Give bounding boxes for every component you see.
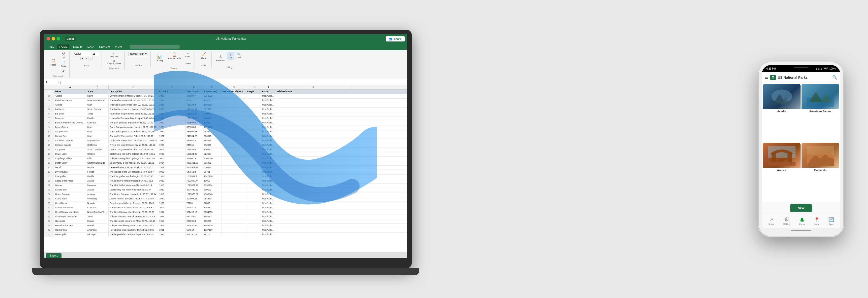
cell-16-1[interactable]: Cuyahoga Valley [54, 157, 86, 161]
cell-20-6[interactable]: 1047116 [203, 174, 221, 179]
park-card-samoa[interactable]: American Samoa [802, 84, 839, 142]
new-badge-button[interactable]: New [790, 204, 812, 212]
autosum-button[interactable]: Σ AutoSum [216, 52, 226, 64]
cell-19-9[interactable]: http://upload.wikime http://en.wikipedia… [261, 170, 276, 174]
share-button[interactable]: 👥 Share [385, 36, 405, 42]
cell-21-5[interactable]: 7523897.74 [186, 179, 203, 183]
cell-23-9[interactable]: http://upload.wikime http://en.wikipedia… [261, 188, 276, 192]
cell-14-3[interactable]: On the Congaree River, this pa 33.78,-80… [108, 148, 158, 152]
power-button[interactable] [844, 89, 845, 99]
cell-19-6[interactable]: 58401 [203, 170, 221, 174]
delete-button[interactable]: − Delete [184, 59, 192, 65]
cell-22-6[interactable]: 2190974 [203, 184, 221, 188]
cell-15-5[interactable]: 183224.05 [186, 152, 203, 157]
cell-23-5[interactable]: 3224840.31 [186, 188, 203, 192]
cell-1b[interactable]: State [86, 90, 108, 94]
cell-22-9[interactable]: http://upload.wikime http://en.wikipedia… [261, 184, 276, 188]
cell-17-3[interactable]: Death Valley is the hottest, low 36.24,-… [108, 161, 158, 165]
cell-14-2[interactable]: South Carolina [86, 148, 108, 152]
cell-9-9[interactable]: http://upload.wikime http://en.wikipedia… [261, 126, 276, 130]
cell-3-4[interactable]: 1988 [158, 99, 186, 103]
cell-9-5[interactable]: 35835.08 [186, 126, 203, 130]
cell-7-6[interactable]: 486848 [203, 116, 221, 121]
cell-21-2[interactable]: Alaska [86, 179, 108, 183]
cell-7-2[interactable]: Florida [86, 116, 108, 121]
cell-7-5[interactable]: 172924.07 [186, 116, 203, 121]
cell-14-1[interactable]: Congaree [54, 148, 86, 152]
hamburger-icon[interactable]: ☰ [765, 75, 768, 80]
cell-6-5[interactable]: 801163.21 [186, 112, 203, 116]
cell-21-1[interactable]: Gates of the Arctic [54, 179, 86, 183]
cell-10-1[interactable]: Canyonlands [54, 130, 86, 134]
cell-5-5[interactable]: 242755.94 [186, 108, 203, 112]
cell-2-9[interactable]: http://upload.wikime http://en.wikipedia… [261, 94, 276, 98]
cell-29-7[interactable] [221, 215, 246, 219]
cell-1d[interactable]: Location [158, 90, 186, 94]
cell-2-3[interactable]: Covering most of Mount Desert 44.35,-68.… [108, 94, 158, 98]
cell-4-4[interactable]: 1929 [158, 103, 186, 107]
cell-7-7[interactable] [221, 116, 246, 121]
cell-28-9[interactable]: http://upload.wikime http://en.wikipedia… [261, 210, 276, 215]
cell-24-6[interactable]: 4560840 [203, 192, 221, 197]
cell-25-8[interactable] [246, 197, 261, 201]
cell-33-3[interactable]: The largest island in Lake Super 48.1,-8… [108, 233, 158, 237]
cell-27-4[interactable]: 2004 [158, 206, 186, 210]
cell-7-9[interactable]: http://upload.wikime http://en.wikipedia… [261, 116, 276, 121]
cell-13-4[interactable]: 1980 [158, 143, 186, 147]
cell-3-6[interactable]: 17919 [203, 99, 221, 103]
cell-24-3[interactable]: The Grand Canyon, carved by th 36.06,-11… [108, 192, 158, 197]
cell-1e[interactable]: Year Established [186, 90, 203, 94]
cell-17-6[interactable]: 951972 [203, 161, 221, 165]
cell-8-1[interactable]: Black Canyon of the Gunnison [54, 121, 86, 125]
cell-17-4[interactable]: 1994 [158, 161, 186, 165]
italic-button[interactable]: I [85, 57, 88, 60]
wrap-text-button[interactable]: ↵ Wrap Text [105, 52, 122, 58]
cell-29-2[interactable]: Texas [86, 215, 108, 219]
cell-1a[interactable]: Name [54, 90, 86, 94]
paste-button[interactable]: 📋 Paste [48, 56, 59, 69]
cell-18-1[interactable]: Denali [54, 166, 86, 170]
cell-5-6[interactable]: 892372 [203, 108, 221, 112]
cell-26-5[interactable]: 77180 [186, 201, 203, 206]
cell-23-3[interactable]: Glacier Bay has numerous tider 58.5,-137 [108, 188, 158, 192]
cell-14-4[interactable]: 2003 [158, 148, 186, 152]
cell-32-6[interactable]: 1327159 [203, 228, 221, 233]
cell-1c[interactable]: Description [108, 90, 158, 94]
cell-6-1[interactable]: Big Bend [54, 112, 86, 116]
cut-button[interactable]: ✂️ Cut [59, 52, 67, 60]
cell-9-1[interactable]: Bryce Canyon [54, 126, 86, 130]
menu-home[interactable]: HOME [57, 45, 69, 49]
cell-8-7[interactable] [221, 121, 246, 125]
cell-15-8[interactable] [246, 152, 261, 157]
cell-3-9[interactable]: http://upload.wikime http://en.wikipedia… [261, 99, 276, 103]
menu-view[interactable]: VIEW [113, 45, 124, 49]
cell-17-1[interactable]: Death Valley [54, 161, 86, 165]
cell-24-1[interactable]: Grand Canyon [54, 192, 86, 197]
cell-15-9[interactable]: http://upload.wikime http://en.wikipedia… [261, 152, 276, 157]
cell-30-5[interactable]: 29093.63 [186, 219, 203, 223]
cell-6-6[interactable]: 310053 [203, 112, 221, 116]
cell-13-8[interactable] [246, 143, 261, 147]
cell-31-8[interactable] [246, 224, 261, 228]
cell-12-6[interactable]: 388566 [203, 139, 221, 143]
cell-22-8[interactable] [246, 184, 261, 188]
cell-18-9[interactable]: http://upload.wikime http://en.wikipedia… [261, 166, 276, 170]
cell-33-6[interactable]: 16274 [203, 233, 221, 237]
cell-27-1[interactable]: Great Sand Dunes [54, 206, 86, 210]
cell-19-7[interactable] [221, 170, 246, 174]
cell-19-5[interactable]: 64701.22 [186, 170, 203, 174]
cell-29-8[interactable] [246, 215, 261, 219]
cell-24-9[interactable]: http://upload.wikime http://en.wikipedia… [261, 192, 276, 197]
cell-30-8[interactable] [246, 219, 261, 223]
cell-20-9[interactable]: http://upload.wikime http://en.wikipedia… [261, 174, 276, 179]
close-button[interactable] [46, 37, 50, 40]
col-header-c[interactable]: C [108, 85, 158, 89]
cell-5-7[interactable] [221, 108, 246, 112]
cell-14-8[interactable] [246, 148, 261, 152]
cell-21-7[interactable] [221, 179, 246, 183]
survey-button[interactable]: 📊 Survey [155, 52, 165, 64]
cell-28-8[interactable] [246, 210, 261, 215]
cell-30-6[interactable]: 785259 [203, 219, 221, 223]
cell-33-7[interactable] [221, 233, 246, 237]
menu-data[interactable]: DATA [85, 45, 96, 49]
